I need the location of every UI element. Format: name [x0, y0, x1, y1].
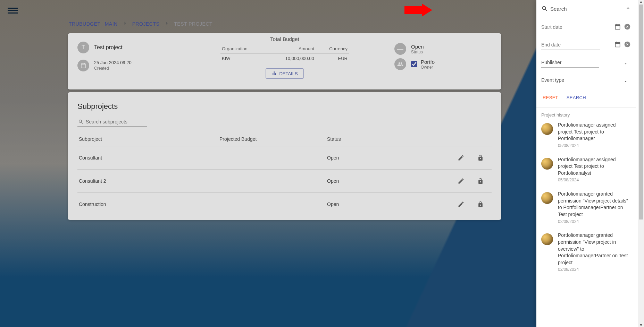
breadcrumb-main[interactable]: MAIN	[105, 21, 118, 27]
table-row[interactable]: Consultant 2 Open	[77, 169, 492, 192]
subproject-status: Open	[327, 155, 410, 161]
bar-chart-icon	[271, 71, 277, 76]
svg-marker-0	[404, 3, 432, 17]
history-date: 05/08/2024	[558, 143, 631, 149]
calendar-icon[interactable]	[614, 23, 621, 31]
drawer-search-label: Search	[550, 6, 567, 12]
collapse-button[interactable]	[625, 5, 631, 12]
clear-icon[interactable]	[624, 23, 631, 31]
table-row[interactable]: Consultant Open	[77, 146, 492, 169]
total-budget-block: Total Budget Organization Amount Currenc…	[220, 36, 349, 79]
search-icon	[78, 119, 84, 125]
drawer-scrollbar[interactable]: ▲ ▼	[638, 0, 644, 327]
breadcrumb-projects[interactable]: PROJECTS	[132, 21, 160, 27]
avatar	[541, 233, 553, 245]
project-created-label: Created	[94, 66, 132, 71]
subproject-status: Open	[327, 201, 410, 207]
history-item: Portfoliomanager granted permission "Vie…	[541, 191, 631, 224]
budget-amount: 10,000,000.00	[265, 54, 315, 63]
table-row[interactable]: Construction Open	[77, 192, 492, 216]
subproject-name: Consultant	[79, 155, 219, 161]
scrollbar-down-icon[interactable]: ▼	[639, 323, 643, 327]
edit-icon[interactable]	[458, 154, 465, 161]
avatar	[541, 192, 553, 204]
project-title: Test project	[94, 44, 123, 51]
col-subproject: Subproject	[79, 136, 219, 142]
chevron-right-icon	[164, 20, 170, 27]
budget-row: KfW 10,000,000.00 EUR	[220, 54, 349, 63]
budget-col-organization: Organization	[220, 44, 265, 54]
dropdown-icon	[624, 61, 628, 67]
lock-open-icon[interactable]	[477, 154, 484, 161]
search-button[interactable]: SEARCH	[565, 93, 587, 102]
avatar	[541, 158, 553, 170]
publisher-select[interactable]: Publisher	[541, 58, 599, 68]
budget-currency: EUR	[316, 54, 349, 63]
chevron-up-icon	[625, 5, 631, 11]
menu-button[interactable]	[8, 6, 18, 15]
budget-col-currency: Currency	[316, 44, 349, 54]
status-label: Status	[411, 50, 424, 54]
breadcrumb-current: TEST PROJECT	[174, 21, 212, 27]
subproject-status: Open	[327, 178, 410, 184]
project-summary-card: T Test project 25 Jun 2024 09:20 Created…	[68, 33, 501, 89]
details-button-label: DETAILS	[279, 71, 298, 76]
col-projected-budget: Projected Budget	[219, 136, 327, 142]
reset-button[interactable]: RESET	[541, 93, 560, 102]
approval-checkbox[interactable]	[411, 61, 417, 67]
col-status: Status	[327, 136, 410, 142]
clear-icon[interactable]	[624, 41, 631, 48]
calendar-icon	[77, 60, 89, 71]
history-text: Portfoliomanager assigned project Test p…	[558, 156, 631, 177]
subproject-name: Consultant 2	[79, 178, 219, 184]
project-created-date: 25 Jun 2024 09:20	[94, 60, 132, 66]
breadcrumb-trubudget[interactable]: TRUBUDGET	[69, 21, 101, 27]
dropdown-icon	[624, 79, 628, 85]
history-date: 02/08/2024	[558, 219, 631, 225]
history-text: Portfoliomanager granted permission "Vie…	[558, 232, 631, 266]
project-history-heading: Project history	[541, 112, 631, 118]
calendar-icon[interactable]	[614, 41, 621, 48]
history-item: Portfoliomanager assigned project Test p…	[541, 156, 631, 183]
owner-label: Owner	[421, 65, 435, 70]
lock-open-icon[interactable]	[477, 178, 484, 184]
scrollbar-up-icon[interactable]: ▲	[639, 0, 643, 4]
total-budget-label: Total Budget	[220, 36, 349, 42]
project-avatar: T	[77, 42, 89, 53]
history-text: Portfoliomanager assigned project Test p…	[558, 122, 631, 142]
event-type-select[interactable]: Event type	[541, 75, 599, 85]
subproject-search[interactable]	[77, 117, 147, 127]
history-item: Portfoliomanager assigned project Test p…	[541, 122, 631, 149]
subproject-name: Construction	[79, 201, 219, 207]
subprojects-card: Subprojects Subproject Projected Budget …	[68, 92, 501, 220]
start-date-input[interactable]	[541, 22, 600, 32]
history-text: Portfoliomanager granted permission "Vie…	[558, 191, 631, 218]
budget-col-amount: Amount	[265, 44, 315, 54]
budget-org: KfW	[220, 54, 265, 63]
approval-value: Portfo	[421, 59, 435, 65]
edit-icon[interactable]	[458, 201, 465, 208]
status-value: Open	[411, 44, 424, 50]
subprojects-heading: Subprojects	[77, 102, 492, 111]
history-item: Portfoliomanager granted permission "Vie…	[541, 232, 631, 273]
details-button[interactable]: DETAILS	[266, 68, 303, 79]
history-drawer: Search Publisher Event type	[536, 0, 644, 327]
end-date-input[interactable]	[541, 40, 600, 50]
annotation-arrow	[404, 3, 432, 18]
subproject-search-input[interactable]	[86, 119, 146, 124]
scrollbar-thumb[interactable]	[639, 5, 643, 220]
avatar	[541, 123, 553, 135]
status-icon: —	[394, 43, 406, 55]
history-date: 02/08/2024	[558, 267, 631, 273]
search-icon	[541, 5, 548, 12]
history-date: 05/08/2024	[558, 177, 631, 183]
chevron-right-icon	[122, 20, 128, 27]
edit-icon[interactable]	[458, 178, 465, 184]
users-icon	[394, 58, 406, 70]
lock-open-icon[interactable]	[477, 201, 484, 208]
breadcrumbs: TRUBUDGET MAIN PROJECTS TEST PROJECT	[69, 20, 212, 27]
